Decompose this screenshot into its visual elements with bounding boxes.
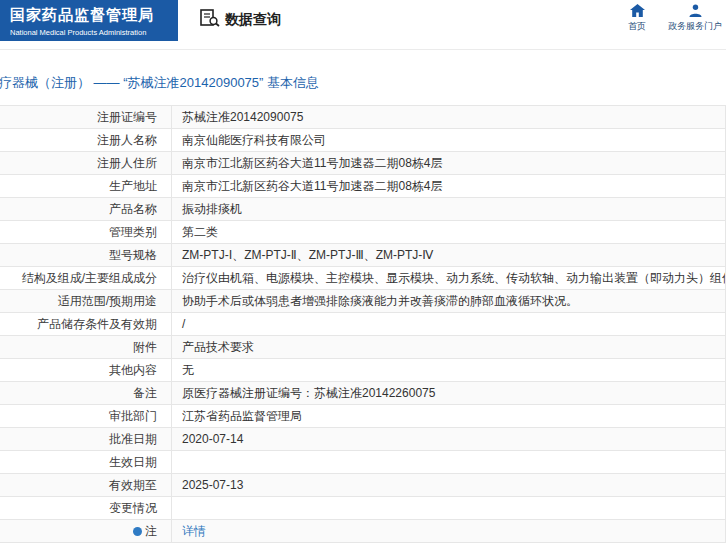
- row-label: 产品储存条件及有效期: [0, 313, 172, 335]
- table-row: 生效日期: [0, 451, 725, 474]
- row-label: 产品名称: [0, 198, 172, 220]
- site-title: 国家药品监督管理局: [10, 6, 170, 25]
- table-row: 生产地址 南京市江北新区药谷大道11号加速器二期08栋4层: [0, 175, 725, 198]
- table-row: 备注 原医疗器械注册证编号：苏械注准20142260075: [0, 382, 725, 405]
- data-query-label: 数据查询: [225, 11, 281, 29]
- table-row: 适用范围/预期用途 协助手术后或体弱患者增强排除痰液能力并改善痰滞的肺部血液循环…: [0, 290, 725, 313]
- table-row: 结构及组成/主要组成成分 治疗仪由机箱、电源模块、主控模块、显示模块、动力系统、…: [0, 267, 725, 290]
- table-row: 产品名称 振动排痰机: [0, 198, 725, 221]
- nav-home[interactable]: 首页: [628, 4, 646, 33]
- row-value: 江苏省药品监督管理局: [172, 405, 725, 427]
- row-value: [172, 451, 725, 473]
- table-row: 有效期至 2025-07-13: [0, 474, 725, 497]
- table-row: 注册人名称 南京仙能医疗科技有限公司: [0, 129, 725, 152]
- row-value: 协助手术后或体弱患者增强排除痰液能力并改善痰滞的肺部血液循环状况。: [172, 290, 725, 312]
- data-query-icon: [200, 9, 220, 30]
- site-logo[interactable]: 国家药品监督管理局 National Medical Products Admi…: [0, 0, 178, 41]
- row-label: 备注: [0, 382, 172, 404]
- note-icon: [133, 527, 142, 536]
- row-label: 有效期至: [0, 474, 172, 496]
- page: 国家药品监督管理局 National Medical Products Admi…: [0, 0, 726, 543]
- row-value: 原医疗器械注册证编号：苏械注准20142260075: [172, 382, 725, 404]
- row-label: 其他内容: [0, 359, 172, 381]
- row-value: 南京市江北新区药谷大道11号加速器二期08栋4层: [172, 152, 725, 174]
- nav-portal[interactable]: 政务服务门户: [668, 4, 722, 33]
- site-header: 国家药品监督管理局 National Medical Products Admi…: [0, 0, 726, 50]
- table-row-note: 注 详情: [0, 520, 725, 543]
- row-value: 详情: [172, 520, 725, 542]
- table-row: 附件 产品技术要求: [0, 336, 725, 359]
- table-row: 型号规格 ZM-PTJ-Ⅰ、ZM-PTJ-Ⅱ、ZM-PTJ-Ⅲ、ZM-PTJ-Ⅳ: [0, 244, 725, 267]
- row-label: 结构及组成/主要组成成分: [0, 267, 172, 289]
- home-icon: [630, 4, 645, 17]
- row-label: 管理类别: [0, 221, 172, 243]
- main-content: 医疗器械（注册） —— “苏械注准20142090075” 基本信息 注册证编号…: [0, 50, 726, 543]
- person-icon: [689, 4, 702, 17]
- row-label: 批准日期: [0, 428, 172, 450]
- table-row: 变更情况: [0, 497, 725, 520]
- row-value: 治疗仪由机箱、电源模块、主控模块、显示模块、动力系统、传动软轴、动力输出装置（即…: [172, 267, 725, 289]
- data-query-section: 数据查询: [200, 9, 281, 30]
- row-value: 2025-07-13: [172, 474, 725, 496]
- table-row: 审批部门 江苏省药品监督管理局: [0, 405, 725, 428]
- row-label-note: 注: [0, 520, 172, 542]
- nav-portal-label: 政务服务门户: [668, 20, 722, 33]
- info-table: 注册证编号 苏械注准20142090075 注册人名称 南京仙能医疗科技有限公司…: [0, 105, 726, 543]
- table-row: 注册证编号 苏械注准20142090075: [0, 106, 725, 129]
- row-label: 适用范围/预期用途: [0, 290, 172, 312]
- row-label: 注册人名称: [0, 129, 172, 151]
- row-value: 南京仙能医疗科技有限公司: [172, 129, 725, 151]
- table-row: 其他内容 无: [0, 359, 725, 382]
- row-label: 型号规格: [0, 244, 172, 266]
- row-value: 无: [172, 359, 725, 381]
- table-row: 批准日期 2020-07-14: [0, 428, 725, 451]
- row-label: 变更情况: [0, 497, 172, 519]
- row-value: 第二类: [172, 221, 725, 243]
- nav-home-label: 首页: [628, 20, 646, 33]
- row-value: 南京市江北新区药谷大道11号加速器二期08栋4层: [172, 175, 725, 197]
- row-label: 生产地址: [0, 175, 172, 197]
- row-value: 产品技术要求: [172, 336, 725, 358]
- table-row: 管理类别 第二类: [0, 221, 725, 244]
- row-label: 生效日期: [0, 451, 172, 473]
- row-label: 注册人住所: [0, 152, 172, 174]
- row-value: 苏械注准20142090075: [172, 106, 725, 128]
- row-label: 注册证编号: [0, 106, 172, 128]
- row-label: 附件: [0, 336, 172, 358]
- row-value: /: [172, 313, 725, 335]
- page-title: 医疗器械（注册） —— “苏械注准20142090075” 基本信息: [0, 50, 726, 105]
- row-value: 2020-07-14: [172, 428, 725, 450]
- table-row: 注册人住所 南京市江北新区药谷大道11号加速器二期08栋4层: [0, 152, 725, 175]
- row-value: ZM-PTJ-Ⅰ、ZM-PTJ-Ⅱ、ZM-PTJ-Ⅲ、ZM-PTJ-Ⅳ: [172, 244, 725, 266]
- row-value: 振动排痰机: [172, 198, 725, 220]
- detail-link[interactable]: 详情: [182, 523, 206, 540]
- row-label: 审批部门: [0, 405, 172, 427]
- site-subtitle: National Medical Products Administration: [10, 28, 170, 37]
- top-nav: 首页 政务服务门户: [628, 4, 722, 33]
- row-label: 注: [145, 523, 157, 540]
- row-value: [172, 497, 725, 519]
- table-row: 产品储存条件及有效期 /: [0, 313, 725, 336]
